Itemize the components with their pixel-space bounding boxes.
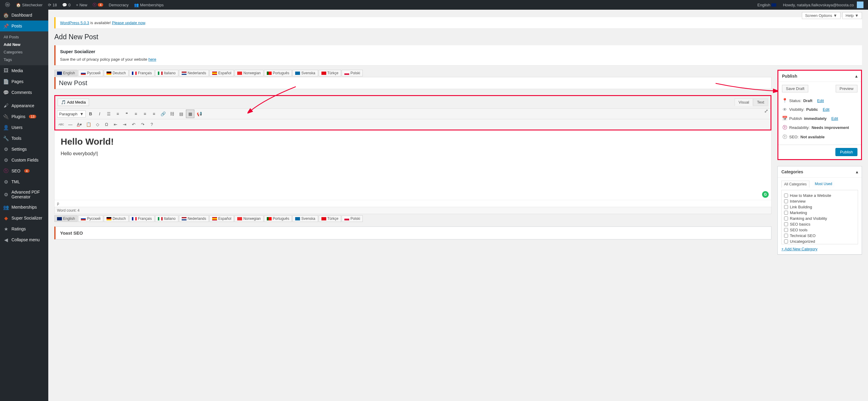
lang-tab-türkçe[interactable]: Türkçe <box>319 70 341 77</box>
lang-tab-deutsch[interactable]: Deutsch <box>104 215 129 222</box>
lang-tab-svenska[interactable]: Svenska <box>292 70 318 77</box>
sidebar-all-posts[interactable]: All Posts <box>0 33 48 41</box>
visual-tab[interactable]: Visual <box>735 98 753 106</box>
category-item[interactable]: Link Building <box>784 204 855 210</box>
language-switch[interactable]: English <box>755 0 779 10</box>
category-item[interactable]: Interview <box>784 198 855 204</box>
lang-tab-polski[interactable]: Polski <box>342 70 363 77</box>
category-checkbox[interactable] <box>784 222 788 226</box>
lang-tab-português[interactable]: Português <box>264 215 292 222</box>
clear-format-button[interactable]: ◇ <box>93 120 102 128</box>
lang-tab-español[interactable]: Español <box>210 215 234 222</box>
lang-tab-norwegian[interactable]: Norwegian <box>235 215 263 222</box>
sidebar-ratings[interactable]: ★Ratings <box>0 224 48 234</box>
help-icon-button[interactable]: ? <box>148 120 156 128</box>
bold-button[interactable]: B <box>86 110 95 118</box>
sidebar-tags[interactable]: Tags <box>0 56 48 63</box>
lang-tab-français[interactable]: Français <box>129 215 155 222</box>
sidebar-posts[interactable]: 📌Posts <box>0 21 48 31</box>
yoast-seo-panel[interactable]: Yoast SEO <box>54 226 771 239</box>
add-category-link[interactable]: + Add New Category <box>781 247 858 251</box>
sidebar-tml[interactable]: ⚙TML <box>0 176 48 187</box>
sidebar-memberships[interactable]: 👥Memberships <box>0 202 48 212</box>
sidebar-appearance[interactable]: 🖌Appearance <box>0 100 48 111</box>
lang-tab-english[interactable]: English <box>54 70 78 77</box>
lang-tab-français[interactable]: Français <box>129 70 155 77</box>
most-used-tab[interactable]: Most Used <box>812 180 835 188</box>
edit-schedule-link[interactable]: Edit <box>831 116 838 121</box>
indent-button[interactable]: ⇥ <box>120 120 129 128</box>
post-title-input[interactable] <box>56 77 771 89</box>
category-checkbox[interactable] <box>784 211 788 215</box>
lang-tab-español[interactable]: Español <box>210 70 234 77</box>
lang-tab-nederlands[interactable]: Nederlands <box>179 215 209 222</box>
lang-tab-norwegian[interactable]: Norwegian <box>235 70 263 77</box>
sidebar-custom-fields[interactable]: ⚙Custom Fields <box>0 154 48 166</box>
sidebar-settings[interactable]: ⚙Settings <box>0 144 48 154</box>
sidebar-collapse[interactable]: ◀Collapse menu <box>0 234 48 245</box>
align-right-button[interactable]: ≡ <box>150 110 158 118</box>
category-item[interactable]: Uncategorized <box>784 238 855 244</box>
category-checkbox[interactable] <box>784 234 788 238</box>
category-item[interactable]: Technical SEO <box>784 233 855 238</box>
special-char-button[interactable]: Ω <box>102 120 111 128</box>
publish-button[interactable]: Publish <box>835 148 858 156</box>
fullscreen-icon[interactable]: ⤢ <box>764 108 768 114</box>
memberships-tb[interactable]: 👥Memberships <box>132 0 166 10</box>
outdent-button[interactable]: ⇤ <box>112 120 120 128</box>
sidebar-comments[interactable]: 💬Comments <box>0 87 48 98</box>
category-item[interactable]: Ranking and Visibility <box>784 216 855 221</box>
sidebar-seo[interactable]: ⓎSEO4 <box>0 166 48 176</box>
comments-count[interactable]: 💬0 <box>60 0 72 10</box>
screen-options-button[interactable]: Screen Options ▼ <box>802 12 840 19</box>
link-button[interactable]: 🔗 <box>159 110 167 118</box>
publish-panel-head[interactable]: Publish▴ <box>778 71 861 82</box>
my-account[interactable]: Howdy, nataliya.fialkovskaya@boosta.co <box>781 0 866 10</box>
ss-notice-link[interactable]: here <box>149 57 156 62</box>
lang-tab-türkçe[interactable]: Türkçe <box>319 215 341 222</box>
sidebar-categories[interactable]: Categories <box>0 48 48 56</box>
lang-tab-italiano[interactable]: Italiano <box>155 70 178 77</box>
sidebar-dashboard[interactable]: 🏠Dashboard <box>0 10 48 21</box>
lang-tab-polski[interactable]: Polski <box>342 215 363 222</box>
category-item[interactable]: How to Make a Website <box>784 193 855 198</box>
category-checkbox[interactable] <box>784 205 788 209</box>
lang-tab-português[interactable]: Português <box>264 70 292 77</box>
category-checkbox[interactable] <box>784 239 788 244</box>
italic-button[interactable]: I <box>95 110 104 118</box>
updates[interactable]: ⟳18 <box>46 0 59 10</box>
wp-version-link[interactable]: WordPress 5.0.3 <box>60 21 89 25</box>
sidebar-apdf[interactable]: ⚙Advanced PDF Generator <box>0 187 48 202</box>
category-checkbox[interactable] <box>784 217 788 221</box>
numbered-list-button[interactable]: ≡ <box>114 110 122 118</box>
site-name[interactable]: 🏠Sitechecker <box>14 0 45 10</box>
update-now-link[interactable]: Please update now <box>112 21 145 25</box>
democracy[interactable]: Democracy <box>106 0 131 10</box>
all-categories-tab[interactable]: All Categories <box>781 180 809 188</box>
lang-tab-nederlands[interactable]: Nederlands <box>179 70 209 77</box>
lang-tab-english[interactable]: English <box>54 215 78 222</box>
lang-tab-deutsch[interactable]: Deutsch <box>104 70 129 77</box>
kitchen-sink-button[interactable]: ▦ <box>186 110 194 118</box>
lang-tab-svenska[interactable]: Svenska <box>292 215 318 222</box>
preview-button[interactable]: Preview <box>836 85 858 92</box>
lang-tab-русский[interactable]: Русский <box>78 70 103 77</box>
sidebar-tools[interactable]: 🔧Tools <box>0 133 48 144</box>
text-color-button[interactable]: A▾ <box>75 120 84 128</box>
more-button[interactable]: ▤ <box>177 110 185 118</box>
new-content[interactable]: +New <box>74 0 90 10</box>
sidebar-super-socializer[interactable]: ◆Super Socializer <box>0 212 48 224</box>
category-checkbox[interactable] <box>784 199 788 203</box>
sidebar-plugins[interactable]: 🔌Plugins13 <box>0 111 48 122</box>
categories-panel-head[interactable]: Categories▴ <box>778 166 862 177</box>
megaphone-button[interactable]: 📢 <box>195 110 204 118</box>
text-tab[interactable]: Text <box>753 98 768 106</box>
category-checkbox[interactable] <box>784 194 788 198</box>
format-select[interactable]: Paragraph▼ <box>57 111 86 117</box>
grammarly-icon[interactable]: G <box>762 191 769 198</box>
sidebar-pages[interactable]: 📄Pages <box>0 76 48 87</box>
help-button[interactable]: Help ▼ <box>842 12 862 19</box>
add-media-button[interactable]: 🎵Add Media <box>58 98 89 106</box>
bullet-list-button[interactable]: ☰ <box>104 110 113 118</box>
sidebar-users[interactable]: 👤Users <box>0 122 48 133</box>
